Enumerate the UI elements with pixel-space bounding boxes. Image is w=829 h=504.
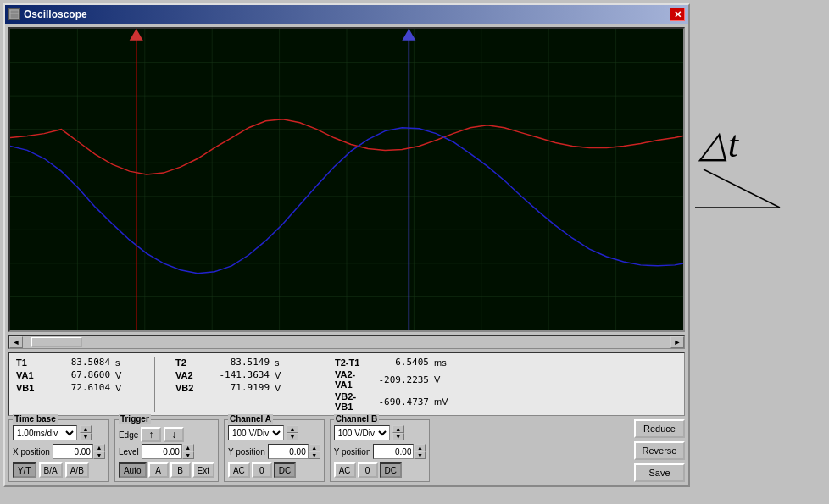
time-base-down-btn[interactable]: ▼ (80, 433, 92, 440)
scroll-left-btn[interactable]: ◄ (9, 336, 23, 348)
channel-a-0-button[interactable]: 0 (252, 462, 272, 478)
meas-vb2vb1-value: -690.4737 (365, 396, 429, 407)
yt-button[interactable]: Y/T (13, 462, 36, 478)
channel-b-ac-button[interactable]: AC (334, 462, 356, 478)
meas-vb1-row: VB1 72.6104 V (16, 382, 134, 393)
time-base-label: Time base (13, 414, 58, 424)
svg-line-23 (704, 169, 780, 208)
ab-button[interactable]: A/B (65, 462, 89, 478)
time-base-select[interactable]: 1.00ms/div 2.00ms/div 5.00ms/div 10.00ms… (13, 425, 77, 440)
level-down-btn[interactable]: ▼ (182, 451, 194, 459)
close-button[interactable]: ✕ (670, 8, 685, 21)
meas-vb2vb1-label: VB2-VB1 (335, 391, 360, 412)
meas-va2va1-label: VA2-VA1 (335, 369, 360, 390)
channel-a-vdiv-up-btn[interactable]: ▲ (287, 425, 298, 433)
reverse-button[interactable]: Reverse (634, 441, 685, 460)
svg-rect-0 (10, 10, 19, 19)
channel-b-ypos-row: Y position ▲ ▼ (334, 444, 426, 459)
channel-b-vdiv-up-btn[interactable]: ▲ (392, 425, 404, 433)
delta-t-annotation: △t (695, 110, 826, 212)
channel-a-select-row: 100 V/Div 50 V/Div 20 V/Div 10 V/Div ▲ ▼ (228, 425, 320, 440)
meas-va2-label: VA2 (175, 370, 201, 380)
meas-va2-value: -141.3634 (206, 369, 270, 380)
x-position-input[interactable] (53, 444, 93, 459)
meas-va2va1-row: VA2-VA1 -209.2235 V (335, 369, 453, 390)
meas-va1-unit: V (115, 370, 134, 380)
trigger-level-input[interactable] (142, 444, 182, 459)
channel-a-vdiv-select[interactable]: 100 V/Div 50 V/Div 20 V/Div 10 V/Div (228, 425, 284, 440)
meas-t2-row: T2 83.5149 s (175, 357, 293, 368)
meas-vb2vb1-row: VB2-VB1 -690.4737 mV (335, 391, 453, 412)
scroll-thumb[interactable] (31, 337, 82, 347)
channel-b-0-button[interactable]: 0 (358, 462, 378, 478)
meas-va1-label: VA1 (16, 370, 42, 380)
meas-col-3: T2-T1 6.5405 ms VA2-VA1 -209.2235 V VB2-… (335, 357, 453, 412)
oscilloscope-window: Oscilloscope ✕ (3, 3, 690, 487)
meas-t2t1-label: T2-T1 (335, 357, 360, 368)
channel-a-ypos-down-btn[interactable]: ▼ (309, 451, 320, 459)
meas-va2va1-value: -209.2235 (365, 374, 429, 385)
meas-t2t1-value: 6.5405 (365, 357, 429, 368)
x-position-up-btn[interactable]: ▲ (93, 444, 105, 451)
trigger-a-button[interactable]: A (148, 462, 169, 478)
meas-vb2-unit: V (275, 383, 293, 393)
channel-a-ac-button[interactable]: AC (228, 462, 250, 478)
meas-vb1-value: 72.6104 (47, 382, 110, 393)
edge-row: Edge ↑ ↓ (119, 427, 214, 442)
time-base-up-btn[interactable]: ▲ (80, 425, 92, 433)
svg-text:△t: △t (698, 124, 740, 165)
trigger-mode-row: Auto A B Ext (119, 462, 214, 478)
save-button[interactable]: Save (634, 463, 685, 482)
channel-a-ypos-label: Y position (228, 447, 265, 457)
meas-vb2-row: VB2 71.9199 V (175, 382, 293, 393)
title-bar: Oscilloscope ✕ (5, 5, 688, 24)
channel-b-ypos-down-btn[interactable]: ▼ (414, 451, 426, 459)
channel-b-vdiv-select[interactable]: 100 V/Div 50 V/Div 20 V/Div 10 V/Div (334, 425, 390, 440)
channel-b-vdiv-down-btn[interactable]: ▼ (392, 433, 404, 440)
meas-t2t1-unit: ms (434, 357, 453, 368)
meas-t2-unit: s (275, 357, 293, 368)
edge-up-button[interactable]: ↑ (141, 427, 161, 442)
meas-t1-value: 83.5084 (47, 357, 110, 368)
channel-b-dc-button[interactable]: DC (380, 462, 402, 478)
horizontal-scrollbar[interactable]: ◄ ► (8, 335, 685, 349)
measurements-area: T1 83.5084 s VA1 67.8600 V VB1 72.6104 V (8, 352, 685, 416)
channel-a-vdiv-down-btn[interactable]: ▼ (287, 433, 298, 440)
scroll-right-btn[interactable]: ► (670, 336, 684, 348)
channel-b-ypos-up-btn[interactable]: ▲ (414, 444, 426, 451)
meas-vb2-value: 71.9199 (206, 382, 270, 393)
channel-a-ypos-up-btn[interactable]: ▲ (309, 444, 320, 451)
x-position-down-btn[interactable]: ▼ (93, 451, 105, 459)
meas-t2-label: T2 (175, 357, 201, 368)
meas-vb2-label: VB2 (175, 383, 201, 393)
trigger-auto-button[interactable]: Auto (119, 462, 147, 478)
trigger-ext-button[interactable]: Ext (192, 462, 214, 478)
time-mode-row: Y/T B/A A/B (13, 462, 105, 478)
svg-text:1: 1 (134, 31, 139, 41)
channel-a-ypos-input[interactable] (268, 444, 309, 459)
meas-va2va1-unit: V (434, 374, 453, 385)
channel-b-label: Channel B (334, 414, 379, 424)
channel-a-dc-button[interactable]: DC (274, 462, 296, 478)
scope-svg: 1 2 (10, 29, 683, 330)
channel-a-ypos-row: Y position ▲ ▼ (228, 444, 320, 459)
channel-b-ypos-label: Y position (334, 447, 371, 457)
meas-va2-row: VA2 -141.3634 V (175, 369, 293, 380)
meas-col-1: T1 83.5084 s VA1 67.8600 V VB1 72.6104 V (16, 357, 134, 412)
edge-down-button[interactable]: ↓ (164, 427, 184, 442)
meas-t2-value: 83.5149 (206, 357, 270, 368)
window-icon (8, 8, 20, 20)
channel-b-ypos-input[interactable] (373, 444, 414, 459)
trigger-group: Trigger Edge ↑ ↓ Level ▲ ▼ (114, 419, 219, 482)
level-row: Level ▲ ▼ (119, 444, 214, 459)
meas-vb1-label: VB1 (16, 383, 42, 393)
ba-button[interactable]: B/A (39, 462, 63, 478)
meas-va1-row: VA1 67.8600 V (16, 369, 134, 380)
level-up-btn[interactable]: ▲ (182, 444, 194, 451)
svg-text:2: 2 (407, 31, 412, 41)
reduce-button[interactable]: Reduce (634, 419, 685, 438)
channel-b-group: Channel B 100 V/Div 50 V/Div 20 V/Div 10… (330, 419, 431, 482)
trigger-b-button[interactable]: B (170, 462, 191, 478)
x-position-label: X position (13, 447, 50, 457)
channel-a-coupling-row: AC 0 DC (228, 462, 320, 478)
